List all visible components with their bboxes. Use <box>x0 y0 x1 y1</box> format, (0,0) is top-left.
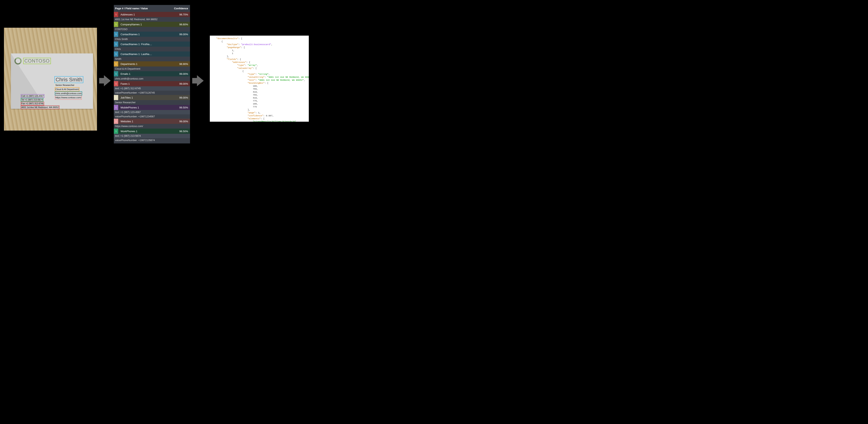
field-name: WorkPhones 1 <box>118 130 179 133</box>
field-name: Websites 1 <box>118 120 179 123</box>
results-header-right: Confidence <box>174 7 188 10</box>
page-badge: 1 <box>114 95 118 100</box>
field-name: Departments 1 <box>118 63 179 65</box>
work-phone-box: Tel +1 (987) 213-5674 <box>21 98 43 102</box>
work-phone: Tel +1 (987) 213-5674 <box>21 99 43 101</box>
confidence-value: 99.00% <box>179 120 188 123</box>
page-badge: 1 <box>114 71 118 76</box>
confidence-value: 99.00% <box>179 82 188 85</box>
field-value: Smith <box>114 57 190 61</box>
field-name: ContactNames 1 <box>118 33 179 36</box>
page-badge: 1 <box>114 129 118 134</box>
results-table: Page # / Field name / Value Confidence 1… <box>114 5 190 143</box>
json-output-panel: "documentResults": [ { "docType": "prebu… <box>210 36 309 122</box>
contact-name: Chris Smith <box>56 76 82 83</box>
field-value: Senior Researcher <box>114 100 190 105</box>
field-row[interactable]: 1Addresses 198.70% <box>114 12 190 17</box>
company-logo-block: CONTOSO <box>14 57 51 65</box>
results-rows: 1Addresses 198.70%4001 1st Ave NE Redmon… <box>114 12 190 142</box>
job-title: Senior Researcher <box>55 84 74 86</box>
contact-name-box: Chris Smith <box>55 76 83 83</box>
field-row[interactable]: 1JobTitles 199.00% <box>114 95 190 100</box>
page-badge: 1 <box>114 32 118 37</box>
card-bottom-lines: Cell +1 (987) 123-4567 Tel +1 (987) 213-… <box>21 94 59 109</box>
field-name: MobilePhones 1 <box>118 106 179 109</box>
field-value: Chris Smith <box>114 37 190 41</box>
confidence-value: 98.70% <box>179 13 188 16</box>
confidence-value: 99.50% <box>179 106 188 109</box>
field-row[interactable]: 1MobilePhones 199.50% <box>114 105 190 110</box>
field-name: Faxes 1 <box>118 82 179 85</box>
field-value: valuePhoneNumber: +19873126745 <box>114 91 190 95</box>
page-badge: 1 <box>114 81 118 86</box>
page-badge: 1 <box>114 119 118 124</box>
field-value: 4001 1st Ave NE Redmond, WA 98052 <box>114 17 190 22</box>
field-name: JobTitles 1 <box>118 96 179 99</box>
confidence-value: 98.60% <box>179 23 188 26</box>
confidence-value: 98.50% <box>179 130 188 133</box>
confidence-value: 99.00% <box>179 72 188 75</box>
field-name: ContactNames 1: LastNa… <box>118 53 188 56</box>
company-name: CONTOSO <box>24 58 50 64</box>
cell-phone-box: Cell +1 (987) 123-4567 <box>21 94 44 98</box>
page-badge: 1 <box>114 105 118 110</box>
logo-swirl-icon <box>14 57 22 65</box>
field-value: text: +1 (987) 312-6745 <box>114 86 190 91</box>
address-box: 4001 1st Ave NE Redmond, WA 98052 <box>21 105 59 109</box>
field-value: chris.smith@contoso.com <box>114 76 190 81</box>
confidence-value: 99.00% <box>179 33 188 36</box>
field-row[interactable]: 1ContactNames 199.00% <box>114 32 190 37</box>
arrow-right-icon <box>197 75 204 86</box>
field-value: https://www.contoso.com/ <box>114 124 190 129</box>
field-row[interactable]: 1Websites 199.00% <box>114 119 190 124</box>
results-header: Page # / Field name / Value Confidence <box>114 5 190 12</box>
field-value: valuePhoneNumber: +19872135674 <box>114 138 190 142</box>
cell-phone: Cell +1 (987) 123-4567 <box>21 95 44 97</box>
company-name-box: CONTOSO <box>23 58 51 64</box>
business-card: CONTOSO Chris Smith Senior Researcher Cl… <box>11 54 93 109</box>
field-value: text: +1 (987) 123-4567 <box>114 110 190 115</box>
department: Cloud & AI Department <box>55 88 79 90</box>
fax-box: Fax +1 (987) 312-6745 <box>21 102 44 105</box>
page-badge: 1 <box>114 22 118 27</box>
field-value: valuePhoneNumber: +19871234567 <box>114 115 190 119</box>
field-row[interactable]: 1ContactNames 1: FirstNa… <box>114 41 190 47</box>
business-card-photo: CONTOSO Chris Smith Senior Researcher Cl… <box>4 28 97 131</box>
contact-name-block: Chris Smith <box>55 76 83 83</box>
field-value: text: +1 (987) 213-5674 <box>114 134 190 138</box>
field-row[interactable]: 1Emails 199.00% <box>114 71 190 76</box>
confidence-value: 99.00% <box>179 96 188 99</box>
field-name: ContactNames 1: FirstNa… <box>118 43 188 46</box>
fax: Fax +1 (987) 312-6745 <box>21 102 43 105</box>
field-value: CONTOSO <box>114 27 190 32</box>
field-value: Cloud & AI Department <box>114 66 190 71</box>
page-badge: 1 <box>114 61 118 66</box>
field-row[interactable]: 1Departments 198.90% <box>114 61 190 66</box>
field-name: Addresses 1 <box>118 13 179 16</box>
confidence-value: 98.90% <box>179 63 188 65</box>
address: 4001 1st Ave NE Redmond, WA 98052 <box>21 106 59 108</box>
field-name: CompanyNames 1 <box>118 23 179 26</box>
field-row[interactable]: 1WorkPhones 198.50% <box>114 129 190 134</box>
field-value: Chris <box>114 47 190 52</box>
field-row[interactable]: 1CompanyNames 198.60% <box>114 22 190 27</box>
field-row[interactable]: 1Faxes 199.00% <box>114 81 190 86</box>
job-title-box: Senior Researcher <box>55 83 75 87</box>
field-name: Emails 1 <box>118 72 179 75</box>
page-badge: 1 <box>114 52 118 57</box>
field-row[interactable]: 1ContactNames 1: LastNa… <box>114 52 190 57</box>
department-box: Cloud & AI Department <box>55 87 80 91</box>
results-header-left: Page # / Field name / Value <box>115 7 148 10</box>
page-badge: 1 <box>114 41 118 47</box>
page-badge: 1 <box>114 12 118 17</box>
arrow-right-icon <box>104 75 111 86</box>
